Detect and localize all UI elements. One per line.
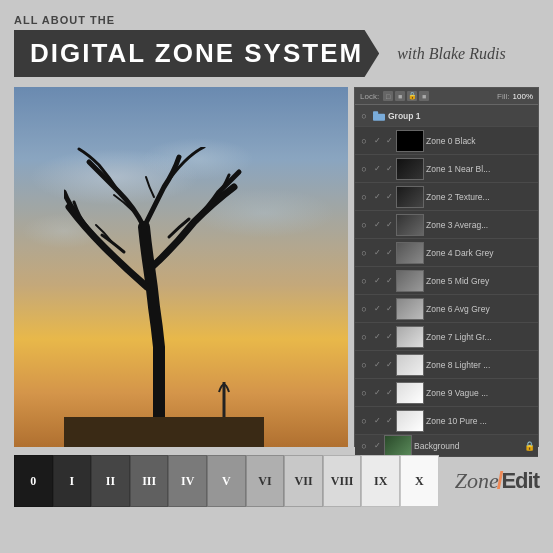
layer-check: ✓ [372, 164, 382, 174]
layer-eye-icon[interactable]: ○ [358, 331, 370, 343]
layer-eye-icon[interactable]: ○ [358, 387, 370, 399]
zone-box-1: I [53, 455, 92, 507]
layer-name: Zone 1 Near Bl... [426, 164, 535, 174]
layer-check2: ✓ [384, 192, 394, 202]
layer-check: ✓ [372, 248, 382, 258]
layer-check2: ✓ [384, 136, 394, 146]
layer-check: ✓ [372, 276, 382, 286]
zone-strip: 0IIIIIIIVVVIVIIVIIIIXX [14, 455, 439, 507]
layer-thumbnail [396, 158, 424, 180]
background-layer-row[interactable]: ○ ✓ Background 🔒 [355, 435, 538, 457]
zone-numeral: IV [181, 474, 194, 489]
layer-group-row[interactable]: ○ Group 1 [355, 105, 538, 127]
main-title: DIGITAL ZONE SYSTEM [30, 38, 363, 68]
title-box: DIGITAL ZONE SYSTEM [14, 30, 379, 77]
layers-panel[interactable]: Lock: □ ■ 🔒 ■ Fill: 100% ○ [354, 87, 539, 447]
layer-row[interactable]: ○ ✓ ✓ Zone 3 Averag... [355, 211, 538, 239]
toolbar-left: Lock: □ ■ 🔒 ■ [360, 91, 429, 101]
zone-box-2: II [91, 455, 130, 507]
group-eye-icon[interactable]: ○ [358, 110, 370, 122]
layer-check2: ✓ [384, 276, 394, 286]
layers-toolbar: Lock: □ ■ 🔒 ■ Fill: 100% [355, 88, 538, 105]
zone-box-5: V [207, 455, 246, 507]
zone-box-6: VI [246, 455, 285, 507]
layer-eye-icon[interactable]: ○ [358, 275, 370, 287]
layer-eye-icon[interactable]: ○ [358, 135, 370, 147]
zone-numeral: VIII [331, 474, 354, 489]
zone-numeral: III [142, 474, 156, 489]
zone-box-8: VIII [323, 455, 362, 507]
layer-thumbnail [396, 186, 424, 208]
layer-row[interactable]: ○ ✓ ✓ Zone 4 Dark Grey [355, 239, 538, 267]
lock-image-icon[interactable]: ■ [395, 91, 405, 101]
bg-eye-icon[interactable]: ○ [358, 440, 370, 452]
group-name: Group 1 [388, 111, 535, 121]
layer-check: ✓ [372, 332, 382, 342]
layer-check: ✓ [372, 416, 382, 426]
lock-transparent-icon[interactable]: □ [383, 91, 393, 101]
layer-thumbnail [396, 130, 424, 152]
svg-rect-2 [373, 111, 378, 114]
layer-name: Zone 4 Dark Grey [426, 248, 535, 258]
layer-eye-icon[interactable]: ○ [358, 359, 370, 371]
layer-row[interactable]: ○ ✓ ✓ Zone 8 Lighter ... [355, 351, 538, 379]
layer-check2: ✓ [384, 304, 394, 314]
main-container: ALL ABOUT THE DIGITAL ZONE SYSTEM with B… [0, 0, 553, 553]
layer-row[interactable]: ○ ✓ ✓ Zone 2 Texture... [355, 183, 538, 211]
logo-zone-text: Zone [455, 468, 499, 494]
layer-check2: ✓ [384, 248, 394, 258]
zone-box-7: VII [284, 455, 323, 507]
tree-silhouette [64, 147, 264, 447]
subtitle: ALL ABOUT THE [14, 14, 539, 26]
layer-check: ✓ [372, 304, 382, 314]
layer-eye-icon[interactable]: ○ [358, 247, 370, 259]
layer-thumbnail [396, 410, 424, 432]
zone-box-9: IX [361, 455, 400, 507]
main-content: Lock: □ ■ 🔒 ■ Fill: 100% ○ [14, 87, 539, 447]
zone-box-4: IV [168, 455, 207, 507]
layer-check2: ✓ [384, 164, 394, 174]
zone-numeral: IX [374, 474, 387, 489]
layer-name: Zone 8 Lighter ... [426, 360, 535, 370]
bg-thumbnail [384, 435, 412, 457]
photo-canvas [14, 87, 348, 447]
layer-thumbnail [396, 382, 424, 404]
author-text: with Blake Rudis [397, 45, 505, 63]
fill-value: 100% [513, 92, 533, 101]
layer-row[interactable]: ○ ✓ ✓ Zone 5 Mid Grey [355, 267, 538, 295]
zone-numeral: VI [258, 474, 271, 489]
photo-area [14, 87, 348, 447]
layer-check2: ✓ [384, 220, 394, 230]
svg-rect-1 [373, 113, 385, 120]
zone-box-0: 0 [14, 455, 53, 507]
bg-lock-icon: 🔒 [524, 441, 535, 451]
layer-row[interactable]: ○ ✓ ✓ Zone 1 Near Bl... [355, 155, 538, 183]
layer-row[interactable]: ○ ✓ ✓ Zone 6 Avg Grey [355, 295, 538, 323]
lock-all-icon[interactable]: ■ [419, 91, 429, 101]
layer-row[interactable]: ○ ✓ ✓ Zone 10 Pure ... [355, 407, 538, 435]
layer-eye-icon[interactable]: ○ [358, 303, 370, 315]
zone-box-3: III [130, 455, 169, 507]
layer-thumbnail [396, 298, 424, 320]
layer-row[interactable]: ○ ✓ ✓ Zone 7 Light Gr... [355, 323, 538, 351]
lock-position-icon[interactable]: 🔒 [407, 91, 417, 101]
layer-name: Zone 6 Avg Grey [426, 304, 535, 314]
layer-eye-icon[interactable]: ○ [358, 219, 370, 231]
layer-eye-icon[interactable]: ○ [358, 191, 370, 203]
layer-name: Zone 0 Black [426, 136, 535, 146]
fill-label: Fill: [497, 92, 509, 101]
layer-eye-icon[interactable]: ○ [358, 163, 370, 175]
layer-row[interactable]: ○ ✓ ✓ Zone 9 Vague ... [355, 379, 538, 407]
zone-numeral: X [415, 474, 424, 489]
layer-check: ✓ [372, 220, 382, 230]
bg-layer-name: Background [414, 441, 522, 451]
layer-name: Zone 3 Averag... [426, 220, 535, 230]
layer-eye-icon[interactable]: ○ [358, 415, 370, 427]
layer-row[interactable]: ○ ✓ ✓ Zone 0 Black [355, 127, 538, 155]
layer-name: Zone 10 Pure ... [426, 416, 535, 426]
zone-numeral: V [222, 474, 231, 489]
layer-check: ✓ [372, 136, 382, 146]
zone-numeral: II [106, 474, 115, 489]
layer-check: ✓ [372, 388, 382, 398]
layer-name: Zone 2 Texture... [426, 192, 535, 202]
